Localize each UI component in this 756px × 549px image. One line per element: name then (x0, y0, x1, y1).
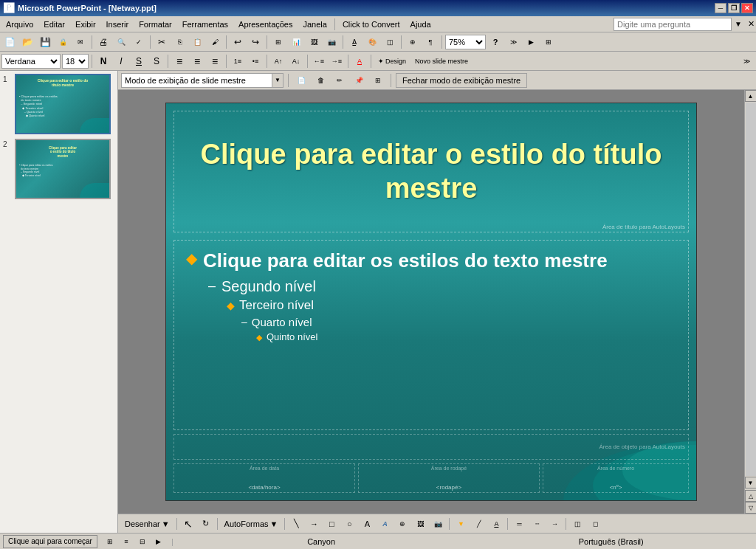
font-size-select[interactable]: 18 (62, 54, 89, 69)
preview-button[interactable]: 🔍 (113, 34, 129, 50)
numbering-button[interactable]: 1≡ (230, 53, 246, 69)
close-master-button[interactable]: Fechar modo de exibição mestre (396, 73, 527, 88)
menu-ajuda[interactable]: Ajuda (406, 17, 436, 32)
new-button[interactable]: 📄 (1, 34, 18, 50)
scroll-track[interactable] (746, 103, 756, 476)
open-button[interactable]: 📂 (19, 34, 35, 50)
slide-image-1[interactable]: Clique para editar o estilo dotítulo mes… (15, 74, 111, 134)
undo-button[interactable]: ↩ (230, 34, 246, 50)
show-formatting[interactable]: ¶ (422, 34, 439, 50)
clipart-button[interactable]: 🖼 (412, 516, 428, 532)
format-painter[interactable]: 🖌 (207, 34, 223, 50)
normal-view-btn[interactable]: ⊞ (103, 536, 117, 548)
menu-inserir[interactable]: Inserir (102, 17, 134, 32)
help-button[interactable]: ? (487, 34, 504, 50)
text-color[interactable]: A̲ (346, 34, 362, 50)
picture-button[interactable]: 📷 (430, 516, 446, 532)
dash-style-button[interactable]: ╌ (529, 516, 545, 532)
close-button[interactable]: ✕ (741, 3, 753, 13)
expand-toolbar[interactable]: ≫ (505, 34, 521, 50)
wordart-button[interactable]: A (377, 516, 393, 532)
design-button[interactable]: ✦ Design (374, 53, 410, 69)
ask-input[interactable] (614, 18, 732, 31)
permission-button[interactable]: 🔒 (55, 34, 71, 50)
increase-indent[interactable]: →≡ (329, 53, 345, 69)
master-mode-select[interactable]: Modo de exibição de slide mestre (121, 73, 284, 88)
slideshow-start-btn[interactable]: ▶ (152, 536, 165, 548)
textbox-button[interactable]: A (359, 516, 375, 532)
spellcheck-button[interactable]: ✓ (131, 34, 147, 50)
align-center-button[interactable]: ≡ (189, 53, 205, 69)
master-rename[interactable]: ✏ (331, 73, 348, 88)
3d-style-button[interactable]: ◻ (587, 516, 603, 532)
rect-button[interactable]: □ (323, 516, 340, 532)
align-right-button[interactable]: ≡ (207, 53, 223, 69)
new-slide-master-button[interactable]: Novo slide mestre (411, 53, 472, 69)
master-insert-new[interactable]: 📄 (293, 73, 309, 88)
slide-title-area[interactable]: Clique para editar o estilo do título me… (173, 111, 689, 232)
toolbar-expand[interactable]: ≫ (738, 53, 755, 69)
font-color-button2[interactable]: A (488, 516, 504, 532)
menu-apresentacoes[interactable]: Apresentações (234, 17, 297, 32)
footer-num-area[interactable]: Área de número <nº> (543, 463, 689, 493)
menu-click-to-convert[interactable]: Click to Convert (338, 17, 405, 32)
increase-font[interactable]: A↑ (270, 53, 286, 69)
scroll-up-button[interactable]: ▲ (745, 90, 757, 102)
paste-button[interactable]: 📋 (189, 34, 205, 50)
slide-content-area[interactable]: ◆ Clique para editar os estilos do texto… (173, 240, 689, 430)
rotate-button[interactable]: ↻ (198, 516, 214, 532)
slideshow-btn[interactable]: ▶ (523, 34, 539, 50)
font-color-button[interactable]: A (351, 53, 368, 69)
restore-button[interactable]: ❐ (728, 3, 740, 13)
select-object-button[interactable]: ↖ (180, 516, 196, 532)
cut-button[interactable]: ✂ (154, 34, 170, 50)
bullets-button[interactable]: •≡ (247, 53, 264, 69)
slide-object-area[interactable]: Área de objeto para AutoLayouts (173, 434, 689, 460)
align-left-button[interactable]: ≡ (171, 53, 188, 69)
expand-collapse[interactable]: ⊕ (405, 34, 421, 50)
line-button[interactable]: ╲ (288, 516, 304, 532)
menu-editar[interactable]: Editar (39, 17, 69, 32)
italic-button[interactable]: I (113, 53, 129, 69)
menu-janela[interactable]: Janela (299, 17, 331, 32)
copy-button[interactable]: ⎘ (171, 34, 188, 50)
fill-color[interactable]: 🎨 (364, 34, 380, 50)
slide-image-2[interactable]: Clique para editaro estilo do títulomest… (15, 139, 111, 199)
menu-ferramentas[interactable]: Ferramentas (178, 17, 233, 32)
close-pane-icon[interactable]: ✕ (748, 19, 755, 29)
master-delete[interactable]: 🗑 (312, 73, 329, 88)
zoom-select[interactable]: 75% (445, 35, 486, 49)
menu-formatar[interactable]: Formatar (134, 17, 176, 32)
master-layout-thumb[interactable]: ⊞ (370, 73, 386, 88)
diagram-button[interactable]: ⊕ (394, 516, 410, 532)
footer-date-area[interactable]: Área de data <data/hora> (173, 463, 355, 493)
minimize-button[interactable]: ─ (715, 3, 726, 13)
scroll-pageup-button[interactable]: △ (745, 490, 757, 502)
arrow-button[interactable]: → (306, 516, 322, 532)
slide-sorter-btn[interactable]: ⊟ (136, 536, 149, 548)
autoformas-button[interactable]: AutoFormas ▼ (221, 517, 282, 531)
insert-clipart[interactable]: 🖼 (306, 34, 322, 50)
decrease-font[interactable]: A↓ (288, 53, 304, 69)
fill-color-button[interactable]: ▼ (453, 516, 469, 532)
master-preserve[interactable]: 📌 (351, 73, 367, 88)
insert-picture[interactable]: 📷 (323, 34, 340, 50)
bold-button[interactable]: N (95, 53, 111, 69)
slideshow2-btn[interactable]: ⊞ (540, 34, 557, 50)
menu-arquivo[interactable]: Arquivo (1, 17, 38, 32)
draw-button[interactable]: Desenhar ▼ (121, 517, 173, 531)
redo-button[interactable]: ↪ (247, 34, 264, 50)
insert-table[interactable]: ⊞ (270, 34, 286, 50)
start-button[interactable]: Clique aqui para começar (3, 535, 97, 548)
shadow-button[interactable]: S (148, 53, 165, 69)
slide-canvas[interactable]: Clique para editar o estilo do título me… (165, 103, 697, 501)
shadow-style-button[interactable]: ◫ (569, 516, 585, 532)
line-style-button[interactable]: ═ (511, 516, 527, 532)
footer-rodape-area[interactable]: Área de rodapé <rodapé> (358, 463, 540, 493)
print-button[interactable]: 🖨 (95, 34, 111, 50)
menu-exibir[interactable]: Exibir (71, 17, 100, 32)
font-select[interactable]: Verdana (1, 54, 61, 69)
email-button[interactable]: ✉ (72, 34, 89, 50)
decrease-indent[interactable]: ←≡ (311, 53, 327, 69)
underline-button[interactable]: S (131, 53, 147, 69)
